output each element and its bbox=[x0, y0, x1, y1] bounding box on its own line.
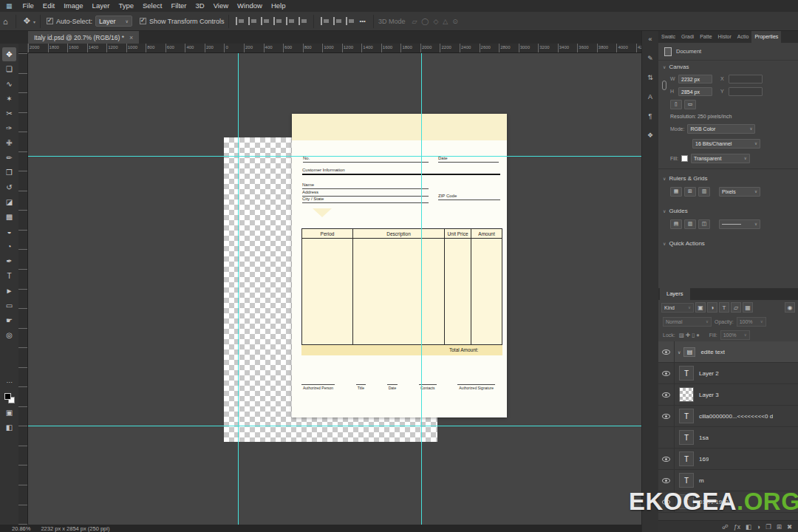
guides-section-header[interactable]: Guides bbox=[658, 205, 798, 216]
filter-kind-select[interactable]: Kind bbox=[661, 303, 694, 313]
screen-mode-icon[interactable]: ◧ bbox=[2, 420, 16, 434]
panel-tab[interactable]: Swatc bbox=[658, 31, 678, 43]
guide-vertical-1[interactable] bbox=[238, 53, 239, 525]
quick-mask-icon[interactable]: ▣ bbox=[2, 406, 16, 420]
layer-row[interactable]: edite text bbox=[658, 341, 798, 363]
guide-toggle-icon[interactable]: ▥ bbox=[684, 219, 696, 229]
layer-visibility-toggle[interactable] bbox=[658, 406, 675, 426]
layer-row[interactable]: Layer 2 bbox=[658, 363, 798, 384]
menu-item[interactable]: Layer bbox=[88, 0, 115, 12]
auto-select-target-select[interactable]: Layer bbox=[95, 16, 132, 27]
tool-button[interactable]: ☛ bbox=[2, 313, 16, 327]
move-tool-icon[interactable]: ✥ bbox=[21, 16, 33, 26]
layer-visibility-toggle[interactable] bbox=[658, 427, 675, 448]
tool-button[interactable]: ✙ bbox=[2, 136, 16, 150]
layer-row[interactable]: cilla0000000...<<<<<<<<0 d bbox=[658, 406, 798, 427]
layer-visibility-toggle[interactable] bbox=[658, 363, 675, 383]
document-tab[interactable]: Italy id.psd @ 20.7% (RGB/16) * × bbox=[28, 31, 139, 44]
layer-filter-icon[interactable]: ▱ bbox=[731, 302, 741, 313]
panel-tab[interactable]: Gradi bbox=[678, 31, 697, 43]
align-bottom-icon[interactable] bbox=[298, 17, 307, 25]
width-input[interactable]: 2232 px bbox=[678, 75, 712, 83]
tool-button[interactable]: ◒ bbox=[2, 225, 16, 239]
menu-item[interactable]: Type bbox=[114, 0, 138, 12]
quick-actions-section-header[interactable]: Quick Actions bbox=[658, 237, 798, 249]
tool-button[interactable]: ❏ bbox=[2, 62, 16, 76]
layers-action-icon[interactable]: ❐ bbox=[765, 523, 771, 531]
portrait-orientation-icon[interactable] bbox=[670, 100, 682, 109]
tool-button[interactable]: ✒ bbox=[2, 254, 16, 268]
tool-button[interactable]: ✶ bbox=[2, 92, 16, 106]
fill-color-chip[interactable] bbox=[681, 155, 688, 162]
align-left-icon[interactable] bbox=[235, 17, 245, 25]
layer-name[interactable]: Layer 3 bbox=[699, 392, 719, 398]
lock-icon[interactable]: ✚ bbox=[685, 332, 691, 338]
edit-toolbar-icon[interactable]: ⋯ bbox=[2, 375, 16, 389]
canvas-area[interactable]: No. Date Customer Information Name Addre… bbox=[28, 53, 641, 525]
menu-item[interactable]: 3D bbox=[191, 0, 209, 12]
layer-filter-icon[interactable]: T bbox=[719, 302, 729, 313]
menu-item[interactable]: Edit bbox=[38, 0, 59, 12]
guide-toggle-icon[interactable]: ◫ bbox=[698, 219, 710, 229]
panel-tab[interactable]: Properties bbox=[751, 31, 781, 43]
menu-item[interactable]: Filter bbox=[166, 0, 191, 12]
auto-select-checkbox[interactable] bbox=[47, 18, 53, 24]
panel-tab[interactable]: Actio bbox=[734, 31, 752, 43]
guide-style-select[interactable] bbox=[719, 219, 760, 229]
landscape-orientation-icon[interactable] bbox=[684, 100, 696, 109]
close-tab-icon[interactable]: × bbox=[129, 34, 133, 41]
ruler-toggle-icon[interactable]: ▥ bbox=[698, 187, 710, 197]
layer-filter-icon[interactable]: ▦ bbox=[743, 302, 753, 313]
guide-toggle-icon[interactable]: ▤ bbox=[670, 219, 682, 229]
layer-visibility-toggle[interactable] bbox=[658, 384, 675, 405]
layer-name[interactable]: 1sa bbox=[699, 434, 709, 441]
tool-button[interactable]: ✑ bbox=[2, 121, 16, 135]
guide-horizontal-2[interactable] bbox=[28, 426, 641, 426]
vertical-ruler[interactable] bbox=[18, 53, 28, 525]
opacity-select[interactable]: 100% bbox=[737, 317, 766, 327]
panel-tab[interactable]: Patte bbox=[697, 31, 715, 43]
tool-button[interactable]: ◪ bbox=[2, 195, 16, 209]
collapsed-panel-icon[interactable]: ¶ bbox=[649, 112, 652, 120]
tool-button[interactable]: T bbox=[2, 269, 16, 283]
filter-toggle-icon[interactable]: ◉ bbox=[785, 302, 795, 313]
ruler-toggle-icon[interactable]: ▦ bbox=[670, 187, 682, 197]
units-select[interactable]: Pixels bbox=[719, 187, 760, 197]
layers-action-icon[interactable]: ◧ bbox=[746, 523, 751, 531]
more-align-options-icon[interactable]: ••• bbox=[356, 18, 368, 24]
menu-item[interactable]: File bbox=[18, 0, 38, 12]
ruler-toggle-icon[interactable]: ⊞ bbox=[684, 187, 696, 197]
home-icon[interactable]: ⌂ bbox=[0, 17, 11, 26]
collapsed-panel-icon[interactable]: ⇅ bbox=[647, 74, 653, 81]
distribute-spacing-icon[interactable] bbox=[345, 17, 355, 25]
horizontal-ruler[interactable]: 2000180016001400120010008006004002000200… bbox=[28, 44, 641, 53]
foreground-color-swatch[interactable] bbox=[4, 393, 11, 400]
layer-name[interactable]: Layer 2 bbox=[699, 370, 719, 377]
collapse-panels-icon[interactable]: « bbox=[648, 35, 652, 43]
layer-filter-icon[interactable]: ◑ bbox=[707, 302, 717, 313]
group-chevron-icon[interactable] bbox=[678, 349, 681, 355]
guide-horizontal-1[interactable] bbox=[28, 156, 641, 157]
collapsed-panel-icon[interactable]: A bbox=[648, 93, 652, 100]
tool-button[interactable]: ↺ bbox=[2, 180, 16, 194]
tool-button[interactable]: ◔ bbox=[2, 239, 16, 253]
tool-button[interactable]: ❒ bbox=[2, 166, 16, 180]
layers-action-icon[interactable]: ƒx bbox=[734, 523, 740, 531]
tool-button[interactable]: ✏ bbox=[2, 151, 16, 165]
panel-tab[interactable]: Histor bbox=[715, 31, 734, 43]
layers-action-icon[interactable]: ✖ bbox=[787, 523, 792, 531]
tool-button[interactable]: ▭ bbox=[2, 299, 16, 313]
canvas-section-header[interactable]: Canvas bbox=[658, 61, 798, 72]
guide-vertical-2[interactable] bbox=[421, 53, 422, 525]
layers-action-icon[interactable]: ◑ bbox=[757, 523, 760, 531]
menu-item[interactable]: Window bbox=[233, 0, 267, 12]
tool-button[interactable]: ◎ bbox=[2, 328, 16, 342]
layer-fill-select[interactable]: 100% bbox=[720, 330, 750, 340]
zoom-level[interactable]: 20.86% bbox=[12, 525, 30, 532]
link-dimensions-icon[interactable] bbox=[662, 81, 666, 90]
menu-item[interactable]: Image bbox=[59, 0, 87, 12]
layers-action-icon[interactable]: ⊞ bbox=[777, 523, 782, 531]
collapsed-panel-icon[interactable]: ✎ bbox=[647, 55, 653, 62]
align-middle-icon[interactable] bbox=[285, 17, 295, 25]
align-center-horizontal-icon[interactable] bbox=[248, 17, 257, 25]
